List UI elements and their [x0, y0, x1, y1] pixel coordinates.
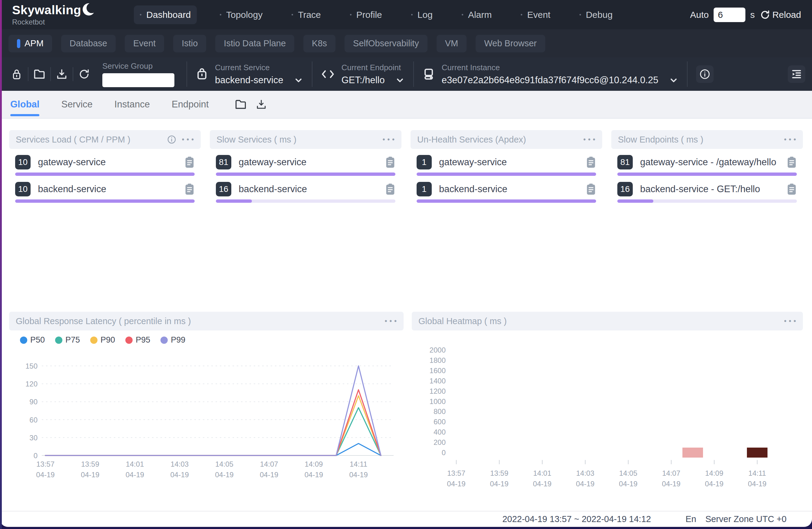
layer-tab-vm[interactable]: VM [437, 35, 467, 53]
table-row[interactable]: 10 backend-service [15, 182, 195, 196]
nav-item-topology[interactable]: Topology [214, 5, 269, 24]
copy-button[interactable] [385, 183, 395, 195]
chevron-down-icon [395, 75, 405, 85]
panel-menu-button[interactable] [385, 317, 397, 325]
copy-button[interactable] [586, 183, 596, 195]
svg-text:04-19: 04-19 [490, 480, 508, 488]
copy-button[interactable] [385, 156, 395, 168]
nav-dot [140, 14, 141, 15]
tab-instance[interactable]: Instance [114, 91, 150, 118]
info-icon[interactable] [167, 135, 176, 144]
clipboard-icon [385, 183, 395, 195]
nav-item-alarm[interactable]: Alarm [456, 5, 498, 24]
svg-text:04-19: 04-19 [447, 480, 465, 488]
logo-subtitle: Rocketbot [12, 18, 95, 26]
table-row[interactable]: 16 backend-service - GET:/hello [617, 182, 797, 196]
layer-tab-istio-data-plane[interactable]: Istio Data Plane [215, 35, 294, 53]
lock-icon [11, 68, 22, 80]
copy-button[interactable] [786, 156, 797, 168]
nav-item-trace[interactable]: Trace [286, 5, 327, 24]
nav-item-event[interactable]: Event [515, 5, 556, 24]
window-edge-stripe [0, 0, 2, 529]
panel-menu-button[interactable] [784, 317, 796, 325]
table-row[interactable]: 16 backend-service [216, 182, 395, 196]
layer-tab-k8s[interactable]: K8s [303, 35, 335, 53]
language-toggle[interactable]: En [685, 514, 696, 524]
nav-dot [462, 14, 463, 15]
progress-bar [15, 173, 195, 176]
auto-interval-input[interactable] [714, 8, 745, 22]
svg-text:13:57: 13:57 [447, 469, 465, 477]
current-instance-value: e3e07e2a2b664e8c91fda37f674f9cc6@10.244.… [442, 75, 679, 86]
svg-text:200: 200 [434, 438, 446, 446]
export-button[interactable] [50, 67, 73, 81]
svg-text:04-19: 04-19 [705, 480, 723, 488]
layer-tabbar: APM Database Event Istio Istio Data Plan… [0, 29, 812, 58]
current-endpoint-selector[interactable]: Current Endpoint GET:/hello [321, 63, 405, 86]
copy-button[interactable] [586, 156, 596, 168]
layer-tab-web-browser[interactable]: Web Browser [476, 35, 545, 53]
layer-tab-selfobservability[interactable]: SelfObservability [345, 35, 427, 53]
copy-button[interactable] [786, 183, 797, 195]
card-menu-button[interactable] [383, 136, 395, 144]
table-row[interactable]: 81 gateway-service - /gateway/hello [617, 155, 797, 170]
service-name: backend-service [439, 184, 507, 195]
nav-item-profile[interactable]: Profile [344, 5, 388, 24]
logo-title: Skywalking [12, 4, 81, 16]
layer-tab-database[interactable]: Database [61, 35, 116, 53]
copy-button[interactable] [184, 156, 195, 168]
selector-bar: Service Group Current Service backend-se… [0, 58, 812, 91]
folder-button[interactable] [28, 67, 50, 81]
card-menu-button[interactable] [583, 136, 596, 144]
nav-item-log[interactable]: Log [405, 5, 439, 24]
nav-item-dashboard[interactable]: Dashboard [134, 5, 197, 24]
dashboard-info-button[interactable] [696, 65, 714, 83]
expand-panel-button[interactable] [788, 65, 805, 83]
card-menu-button[interactable] [182, 136, 194, 144]
svg-text:04-19: 04-19 [260, 471, 278, 479]
current-endpoint-label: Current Endpoint [342, 63, 405, 72]
service-group-input[interactable] [102, 73, 174, 87]
tab-service[interactable]: Service [61, 91, 92, 118]
clipboard-icon [786, 183, 797, 195]
layer-tab-apm[interactable]: APM [9, 35, 52, 53]
time-range[interactable]: 2022-04-19 13:57 ~ 2022-04-19 14:12 [502, 514, 651, 524]
lock-button[interactable] [5, 67, 28, 81]
svg-text:120: 120 [26, 380, 38, 388]
refresh-button[interactable] [73, 67, 95, 81]
svg-text:04-19: 04-19 [305, 471, 323, 479]
table-row[interactable]: 1 gateway-service [417, 155, 596, 170]
card-header: Slow Endpoints ( ms ) [611, 130, 803, 149]
svg-text:30: 30 [29, 434, 38, 442]
copy-button[interactable] [184, 183, 195, 195]
card-menu-button[interactable] [784, 136, 796, 144]
dashboard-tools [5, 67, 95, 81]
progress-bar [417, 200, 596, 203]
tab-export-button[interactable] [256, 99, 267, 110]
svg-text:14:07: 14:07 [662, 469, 680, 477]
table-row[interactable]: 81 gateway-service [216, 155, 395, 170]
panel-header: Global Response Latency ( percentile in … [9, 312, 404, 330]
tab-global[interactable]: Global [10, 91, 39, 118]
svg-text:13:59: 13:59 [490, 469, 508, 477]
table-row[interactable]: 1 backend-service [417, 182, 596, 196]
panel-title: Global Response Latency ( percentile in … [16, 316, 191, 326]
nav-item-debug[interactable]: Debug [574, 5, 619, 24]
svg-text:13:59: 13:59 [81, 460, 99, 468]
nav-dot [411, 14, 413, 15]
reload-button[interactable]: Reload [759, 10, 801, 20]
layer-tab-event[interactable]: Event [125, 35, 164, 53]
server-zone: Server Zone UTC +0 [706, 514, 786, 524]
svg-text:04-19: 04-19 [81, 471, 99, 479]
view-tabbar: Global Service Instance Endpoint [0, 91, 812, 119]
value-badge: 1 [417, 155, 432, 170]
svg-text:14:03: 14:03 [171, 460, 189, 468]
svg-text:1400: 1400 [430, 377, 446, 385]
current-instance-selector[interactable]: Current Instance e3e07e2a2b664e8c91fda37… [422, 63, 679, 86]
svg-text:13:57: 13:57 [36, 460, 55, 468]
tab-endpoint[interactable]: Endpoint [172, 91, 208, 118]
table-row[interactable]: 10 gateway-service [15, 155, 195, 170]
layer-tab-istio[interactable]: Istio [173, 35, 206, 53]
current-service-selector[interactable]: Current Service backend-service [195, 63, 303, 86]
tab-folder-button[interactable] [235, 99, 247, 109]
